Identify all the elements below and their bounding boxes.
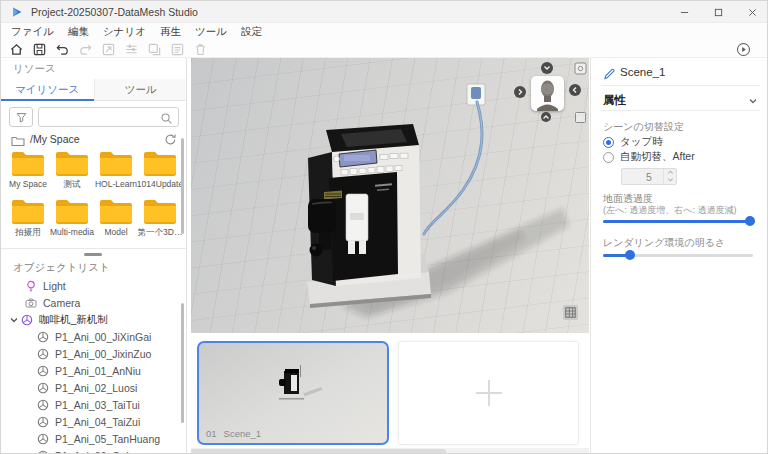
object-tree: LightCamera咖啡机_新机制P1_Ani_00_JiXinGaiP1_A…: [1, 277, 187, 454]
rotate-up-button[interactable]: [541, 112, 551, 122]
brightness-slider[interactable]: [603, 250, 753, 260]
menu-item-2[interactable]: シナリオ: [103, 25, 146, 39]
delete-button: [193, 42, 208, 57]
tree-item-8[interactable]: P1_Ani_04_TaiZui: [1, 413, 187, 430]
filter-button[interactable]: [9, 107, 33, 127]
undo-button[interactable]: [55, 42, 70, 57]
minimize-icon[interactable]: [667, 1, 701, 23]
after-seconds-input[interactable]: 5: [621, 168, 677, 185]
chevron-down-icon[interactable]: [748, 92, 758, 102]
tree-item-2[interactable]: 咖啡机_新机制: [1, 311, 187, 328]
mesh-icon: [37, 433, 49, 445]
divider-handle-icon[interactable]: [84, 253, 102, 256]
focus-view-button[interactable]: [574, 61, 587, 74]
folder-tile-0[interactable]: My Space: [6, 148, 50, 196]
window-title: Project-20250307-DataMesh Studio: [31, 6, 198, 18]
folder-tile-2[interactable]: HOL-Learn: [94, 148, 138, 196]
folder-tile-3[interactable]: 1014Update: [138, 148, 182, 196]
coffee-machine-render: [191, 58, 589, 333]
brightness-slider-knob[interactable]: [625, 250, 635, 260]
menu-item-0[interactable]: ファイル: [11, 25, 54, 39]
folder-open-icon: [11, 133, 25, 145]
scrollbar-thumb[interactable]: [191, 449, 446, 454]
menu-item-3[interactable]: 再生: [160, 25, 181, 39]
mesh-icon: [37, 416, 49, 428]
rotate-down-button[interactable]: [541, 62, 553, 74]
horizontal-scrollbar[interactable]: [191, 448, 589, 454]
folder-tile-1[interactable]: 测试: [50, 148, 94, 196]
refresh-icon[interactable]: [164, 132, 177, 145]
tab-my-resources[interactable]: マイリソース: [1, 79, 94, 101]
focus-icon: [574, 62, 587, 75]
chevron-down-icon: [543, 64, 551, 72]
tree-item-5[interactable]: P1_Ani_01_AnNiu: [1, 362, 187, 379]
menu-item-1[interactable]: 編集: [68, 25, 89, 39]
tree-item-label: P1_Ani_02_Luosi: [55, 382, 137, 394]
ground-opacity-slider[interactable]: [603, 216, 753, 226]
save-button[interactable]: [32, 42, 47, 57]
tree-item-label: Light: [43, 280, 66, 292]
search-icon: [160, 111, 173, 124]
rotate-left-button[interactable]: [514, 86, 526, 98]
folder-icon: [142, 197, 178, 226]
tree-item-9[interactable]: P1_Ani_05_TanHuang: [1, 430, 187, 447]
tab-tools[interactable]: ツール: [94, 79, 188, 101]
tree-item-7[interactable]: P1_Ani_03_TaiTui: [1, 396, 187, 413]
properties-header[interactable]: 属性: [603, 90, 758, 104]
tree-item-0[interactable]: Light: [1, 277, 187, 294]
panel-divider[interactable]: [1, 248, 187, 258]
folder-icon: [54, 149, 90, 178]
frame-icon: [574, 111, 587, 124]
mesh-icon: [37, 382, 49, 394]
tree-scrollbar[interactable]: [181, 303, 184, 423]
orientation-head-icon: [531, 76, 564, 111]
tree-item-label: P1_Ani_03_TaiTui: [55, 399, 140, 411]
radio-option-tap[interactable]: タップ時: [603, 135, 663, 149]
frame-view-button[interactable]: [574, 110, 587, 123]
search-input[interactable]: [45, 109, 155, 125]
scene-name-text[interactable]: Scene_1: [620, 66, 665, 78]
tree-item-6[interactable]: P1_Ani_02_Luosi: [1, 379, 187, 396]
radio-option-auto[interactable]: 自動切替、After: [603, 150, 695, 164]
folder-tile-4[interactable]: 拍摄用: [6, 196, 50, 244]
brightness-label: レンダリング環境の明るさ: [603, 236, 725, 250]
breadcrumb-path[interactable]: /My Space: [30, 133, 80, 145]
tree-item-1[interactable]: Camera: [1, 294, 187, 311]
close-icon[interactable]: [735, 1, 768, 23]
chevron-down-icon[interactable]: [9, 315, 19, 325]
breadcrumb: /My Space: [11, 132, 179, 146]
radio-checked-icon[interactable]: [603, 137, 614, 148]
folder-tile-7[interactable]: 第一个3D…: [138, 196, 182, 244]
stepper-icons[interactable]: [663, 169, 676, 184]
tree-item-4[interactable]: P1_Ani_00_JixinZuo: [1, 345, 187, 362]
menu-item-4[interactable]: ツール: [195, 25, 227, 39]
add-scene-card[interactable]: [398, 341, 579, 445]
grid-settings-button[interactable]: [563, 305, 578, 320]
viewport-3d[interactable]: [191, 58, 589, 333]
ground-slider-fill: [603, 220, 753, 223]
tree-item-label: P1_Ani_00_JixinZuo: [55, 348, 151, 360]
rotate-right-button[interactable]: [569, 84, 581, 96]
tree-item-3[interactable]: P1_Ani_00_JiXinGai: [1, 328, 187, 345]
resource-panel-title: リソース: [13, 62, 56, 76]
play-scenario-button[interactable]: [736, 42, 751, 57]
maximize-icon[interactable]: [701, 1, 735, 23]
tree-item-label: P1_Ani_01_AnNiu: [55, 365, 141, 377]
grid-icon: [565, 307, 576, 318]
orientation-gizmo[interactable]: [531, 76, 564, 111]
tree-item-10[interactable]: P1_Ani_06_Gai: [1, 447, 187, 454]
folder-tile-5[interactable]: Multi-media: [50, 196, 94, 244]
folder-tile-6[interactable]: Model: [94, 196, 138, 244]
funnel-icon: [16, 112, 27, 123]
copy-button: [147, 42, 162, 57]
radio-unchecked-icon[interactable]: [603, 152, 614, 163]
home-button[interactable]: [9, 42, 24, 57]
edit-pencil-icon[interactable]: [603, 66, 615, 78]
scene-thumbnail-1[interactable]: 01Scene_1: [197, 341, 389, 445]
copy-icon: [147, 42, 162, 57]
menu-item-5[interactable]: 設定: [241, 25, 262, 39]
ground-slider-knob[interactable]: [745, 216, 755, 226]
folder-scrollbar[interactable]: [181, 138, 184, 234]
camera-icon: [25, 297, 37, 309]
align-button: [124, 42, 139, 57]
